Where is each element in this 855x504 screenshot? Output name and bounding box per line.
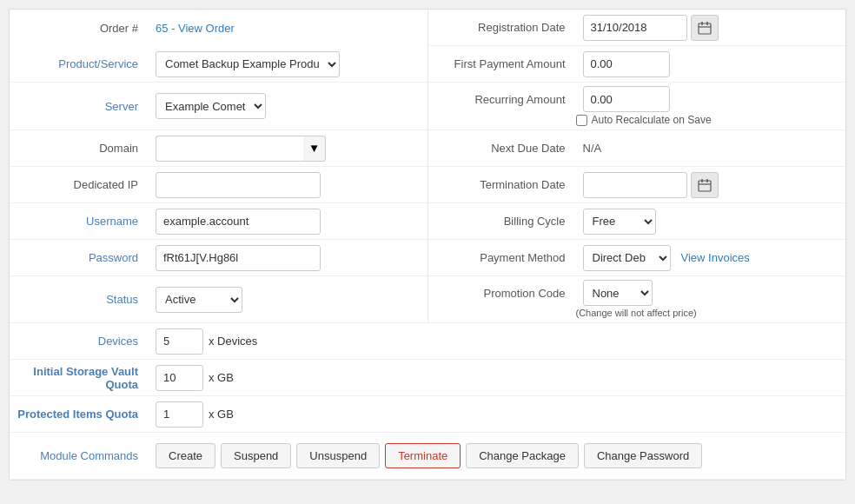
module-commands-label: Module Commands [10,449,149,462]
auto-recalculate-row: Auto Recalculate on Save [428,114,712,126]
svg-rect-4 [699,181,711,191]
form-body: Order # 65 - View Order Registration Dat… [10,10,845,480]
auto-recalculate-label: Auto Recalculate on Save [592,114,712,126]
module-commands-value: Create Suspend Unsuspend Terminate Chang… [149,436,845,475]
username-input[interactable] [156,209,321,235]
product-right: First Payment Amount [428,46,846,83]
next-due-text: N/A [583,142,602,155]
username-value [149,209,428,235]
status-select[interactable]: Active Suspended Terminated Pending [156,287,242,313]
initial-storage-input-row: x GB [156,365,838,391]
next-due-value: N/A [576,142,846,155]
recurring-row: Recurring Amount Auto Recalculate on Sav… [428,83,846,130]
first-payment-row: First Payment Amount [428,46,846,83]
recurring-input[interactable] [583,86,670,112]
server-value: Example Comet [149,93,428,119]
product-label: Product/Service [10,57,149,70]
server-right: Recurring Amount Auto Recalculate on Sav… [428,83,846,130]
domain-input-wrap: ▼ [156,136,421,162]
dedicated-ip-right: Termination Date [428,167,846,203]
product-select[interactable]: Comet Backup Example Produ [156,51,340,77]
unsuspend-button[interactable]: Unsuspend [296,443,380,468]
domain-label: Domain [10,142,149,155]
dedicated-ip-value [149,172,428,198]
order-row: Order # 65 - View Order Registration Dat… [10,10,845,46]
recurring-value [576,86,846,112]
promotion-label: Promotion Code [428,287,576,300]
order-label: Order # [10,22,149,35]
protected-items-suffix: x GB [209,408,234,421]
initial-storage-input[interactable] [156,365,203,391]
status-row: Status Active Suspended Terminated Pendi… [10,276,845,323]
auto-recalculate-checkbox[interactable] [576,115,587,126]
devices-value: x Devices [149,328,845,355]
suspend-button[interactable]: Suspend [221,443,291,468]
termination-date-row: Termination Date [428,167,846,203]
password-right: Payment Method Direct Deb PayPal Credit … [428,240,846,276]
change-password-button[interactable]: Change Password [584,443,702,468]
status-right: Promotion Code None Promo1 [428,276,846,323]
protected-items-label: Protected Items Quota [10,408,149,421]
payment-method-select[interactable]: Direct Deb PayPal Credit Card [583,245,671,271]
domain-right: Next Due Date N/A [428,130,846,167]
next-due-row: Next Due Date N/A [428,130,846,167]
server-select[interactable]: Example Comet [156,93,266,119]
promotion-select[interactable]: None Promo1 [583,280,653,306]
recurring-input-row: Recurring Amount [428,86,846,112]
protected-items-value: x GB [149,401,845,428]
order-left: Order # 65 - View Order [10,10,428,46]
initial-storage-label: Initial Storage Vault Quota [10,365,149,391]
first-payment-input[interactable] [583,51,670,77]
order-value: 65 - View Order [149,22,428,35]
domain-row: Domain ▼ Next Due Date N/A [10,130,845,167]
promotion-select-row: None Promo1 [583,280,839,306]
termination-date-value [576,172,846,198]
terminate-button[interactable]: Terminate [385,443,461,468]
create-button[interactable]: Create [156,443,215,468]
billing-cycle-label: Billing Cycle [428,215,576,228]
promotion-note: (Change will not affect price) [576,308,697,318]
devices-suffix: x Devices [209,335,257,348]
server-left: Server Example Comet [10,83,428,130]
product-left: Product/Service Comet Backup Example Pro… [10,46,428,83]
billing-cycle-select[interactable]: Free Monthly Annually [583,209,656,235]
termination-calendar-button[interactable] [691,172,719,198]
initial-storage-row: Initial Storage Vault Quota x GB [10,360,845,396]
registration-calendar-button[interactable] [691,15,719,41]
view-invoices-link[interactable]: View Invoices [681,251,750,264]
recurring-label: Recurring Amount [428,93,576,106]
status-label: Status [10,293,149,306]
dedicated-ip-label: Dedicated IP [10,178,149,191]
status-left: Status Active Suspended Terminated Pendi… [10,276,428,323]
protected-items-input[interactable] [156,401,203,428]
domain-input[interactable] [156,136,303,162]
form-panel: Order # 65 - View Order Registration Dat… [9,9,846,481]
promotion-input-row: Promotion Code None Promo1 [428,280,846,306]
date-input-wrap [583,15,839,41]
password-left: Password [10,240,428,276]
order-link[interactable]: 65 - View Order [156,22,235,35]
termination-date-wrap [583,172,839,198]
promotion-row: Promotion Code None Promo1 [428,276,846,323]
billing-cycle-row: Billing Cycle Free Monthly Annually [428,203,846,240]
next-due-label: Next Due Date [428,142,576,155]
devices-label: Devices [10,335,149,348]
domain-left: Domain ▼ [10,130,428,167]
domain-value: ▼ [149,136,428,162]
termination-date-input[interactable] [583,172,687,198]
registration-date-input[interactable] [583,15,687,41]
dedicated-ip-row: Dedicated IP Termination Date [10,167,845,203]
registration-date-row: Registration Date [428,10,846,46]
product-value: Comet Backup Example Produ [149,51,428,77]
password-value [149,245,428,271]
first-payment-value [576,51,846,77]
devices-input[interactable] [156,328,203,355]
dedicated-ip-input[interactable] [156,172,321,198]
initial-storage-suffix: x GB [209,371,234,384]
domain-dropdown-button[interactable]: ▼ [303,136,326,162]
change-package-button[interactable]: Change Package [466,443,579,468]
promotion-value: None Promo1 [576,280,846,306]
initial-storage-value: x GB [149,365,845,391]
first-payment-label: First Payment Amount [428,57,576,70]
password-input[interactable] [156,245,321,271]
